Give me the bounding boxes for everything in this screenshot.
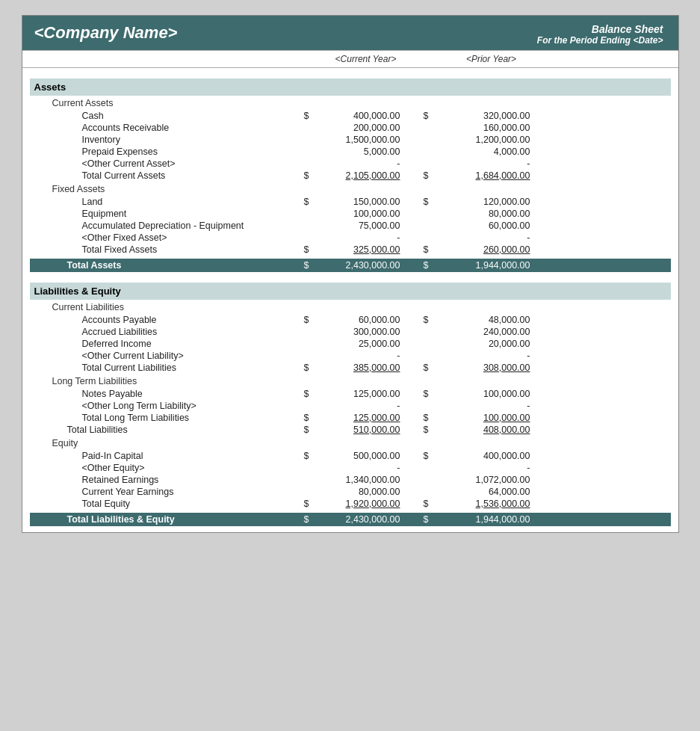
notes-pay-cy: 125,000.00 bbox=[309, 389, 406, 399]
other-ltl-label: <Other Long Term Liability> bbox=[30, 401, 299, 411]
acc-dep-py: 60,000.00 bbox=[429, 220, 533, 231]
acc-dep-cy: 75,000.00 bbox=[309, 220, 406, 231]
company-name: <Company Name> bbox=[34, 23, 178, 43]
other-cl-py: - bbox=[429, 351, 533, 361]
total-assets-cy: 2,430,000.00 bbox=[309, 260, 406, 271]
total-cl-cy: 385,000.00 bbox=[309, 363, 406, 373]
retained-cy: 1,340,000.00 bbox=[309, 475, 406, 485]
equipment-cy: 100,000.00 bbox=[309, 209, 406, 219]
total-assets-label: Total Assets bbox=[30, 260, 299, 271]
acc-dep-row: Accumulated Depreciation - Equipment 75,… bbox=[30, 220, 671, 232]
total-fa-cy: 325,000.00 bbox=[309, 244, 406, 255]
total-fa-py: 260,000.00 bbox=[429, 244, 533, 255]
header: <Company Name> Balance Sheet For the Per… bbox=[22, 16, 678, 50]
liabilities-equity-header: Liabilities & Equity bbox=[30, 283, 671, 300]
total-le-py: 1,944,000.00 bbox=[429, 514, 533, 525]
accrued-py: 240,000.00 bbox=[429, 327, 533, 337]
accrued-cy: 300,000.00 bbox=[309, 327, 406, 337]
ap-py: 48,000.00 bbox=[429, 315, 533, 325]
prepaid-cy: 5,000.00 bbox=[309, 146, 406, 157]
col-header-cy: <Current Year> bbox=[306, 54, 426, 64]
other-ca-label: <Other Current Asset> bbox=[30, 158, 299, 169]
total-ltl-row: Total Long Term Liabilities $ 125,000.00… bbox=[30, 412, 671, 424]
retained-row: Retained Earnings 1,340,000.00 1,072,000… bbox=[30, 474, 671, 486]
other-ltl-row: <Other Long Term Liability> - - bbox=[30, 400, 671, 412]
total-fa-row: Total Fixed Assets $ 325,000.00 $ 260,00… bbox=[30, 244, 671, 256]
cy-earnings-cy: 80,000.00 bbox=[309, 487, 406, 497]
total-ca-label: Total Current Assets bbox=[30, 170, 299, 181]
content: Assets Current Assets Cash $ 400,000.00 … bbox=[22, 68, 678, 532]
ar-label: Accounts Receivable bbox=[30, 123, 299, 133]
col-header-py: <Prior Year> bbox=[432, 54, 551, 64]
deferred-label: Deferred Income bbox=[30, 339, 299, 349]
notes-pay-label: Notes Payable bbox=[30, 389, 299, 399]
accrued-row: Accrued Liabilities 300,000.00 240,000.0… bbox=[30, 326, 671, 338]
other-fa-cy: - bbox=[309, 232, 406, 243]
long-term-liabilities-label: Long Term Liabilities bbox=[30, 374, 671, 388]
total-assets-py: 1,944,000.00 bbox=[429, 260, 533, 271]
total-ltl-py: 100,000.00 bbox=[429, 413, 533, 423]
equipment-py: 80,000.00 bbox=[429, 209, 533, 219]
column-headers: <Current Year> <Prior Year> bbox=[22, 50, 678, 68]
cash-dollar: $ bbox=[299, 111, 309, 121]
equity-label: Equity bbox=[30, 436, 671, 450]
equipment-label: Equipment bbox=[30, 209, 299, 219]
total-le-label: Total Liabilities & Equity bbox=[30, 514, 299, 525]
inventory-py: 1,200,000.00 bbox=[429, 135, 533, 145]
other-ltl-cy: - bbox=[309, 401, 406, 411]
deferred-cy: 25,000.00 bbox=[309, 339, 406, 349]
inventory-cy: 1,500,000.00 bbox=[309, 135, 406, 145]
total-ltl-label: Total Long Term Liabilities bbox=[30, 413, 299, 423]
report-subtitle: For the Period Ending <Date> bbox=[537, 35, 663, 46]
prepaid-row: Prepaid Expenses 5,000.00 4,000.00 bbox=[30, 146, 671, 158]
cash-py: 320,000.00 bbox=[429, 111, 533, 121]
total-ca-row: Total Current Assets $ 2,105,000.00 $ 1,… bbox=[30, 170, 671, 182]
retained-label: Retained Earnings bbox=[30, 475, 299, 485]
total-ltl-cy: 125,000.00 bbox=[309, 413, 406, 423]
retained-py: 1,072,000.00 bbox=[429, 475, 533, 485]
fixed-assets-label: Fixed Assets bbox=[30, 182, 671, 196]
paid-in-cy: 500,000.00 bbox=[309, 451, 406, 461]
total-eq-py: 1,536,000.00 bbox=[429, 499, 533, 509]
current-liabilities-label: Current Liabilities bbox=[30, 300, 671, 314]
paid-in-label: Paid-In Capital bbox=[30, 451, 299, 461]
cash-dollar2: $ bbox=[418, 111, 429, 121]
ap-cy: 60,000.00 bbox=[309, 315, 406, 325]
ap-row: Accounts Payable $ 60,000.00 $ 48,000.00 bbox=[30, 314, 671, 326]
other-fa-label: <Other Fixed Asset> bbox=[30, 232, 299, 243]
cy-earnings-row: Current Year Earnings 80,000.00 64,000.0… bbox=[30, 486, 671, 498]
balance-sheet: <Company Name> Balance Sheet For the Per… bbox=[22, 15, 679, 533]
cash-cy: 400,000.00 bbox=[309, 111, 406, 121]
prepaid-label: Prepaid Expenses bbox=[30, 146, 299, 157]
total-ca-py: 1,684,000.00 bbox=[429, 170, 533, 181]
notes-pay-py: 100,000.00 bbox=[429, 389, 533, 399]
land-label: Land bbox=[30, 197, 299, 207]
deferred-row: Deferred Income 25,000.00 20,000.00 bbox=[30, 338, 671, 350]
total-cl-py: 308,000.00 bbox=[429, 363, 533, 373]
other-fa-py: - bbox=[429, 232, 533, 243]
other-eq-cy: - bbox=[309, 463, 406, 473]
total-le-row: Total Liabilities & Equity $ 2,430,000.0… bbox=[30, 513, 671, 526]
other-ca-row: <Other Current Asset> - - bbox=[30, 158, 671, 170]
ar-row: Accounts Receivable 200,000.00 160,000.0… bbox=[30, 122, 671, 134]
cash-row: Cash $ 400,000.00 $ 320,000.00 bbox=[30, 110, 671, 122]
cy-earnings-label: Current Year Earnings bbox=[30, 487, 299, 497]
ar-cy: 200,000.00 bbox=[309, 123, 406, 133]
other-cl-row: <Other Current Liability> - - bbox=[30, 350, 671, 362]
total-le-cy: 2,430,000.00 bbox=[309, 514, 406, 525]
other-cl-label: <Other Current Liability> bbox=[30, 351, 299, 361]
total-liab-cy: 510,000.00 bbox=[309, 425, 406, 435]
paid-in-py: 400,000.00 bbox=[429, 451, 533, 461]
other-eq-py: - bbox=[429, 463, 533, 473]
other-eq-row: <Other Equity> - - bbox=[30, 462, 671, 474]
land-cy: 150,000.00 bbox=[309, 197, 406, 207]
total-cl-label: Total Current Liabilities bbox=[30, 363, 299, 373]
ar-py: 160,000.00 bbox=[429, 123, 533, 133]
other-ltl-py: - bbox=[429, 401, 533, 411]
paid-in-row: Paid-In Capital $ 500,000.00 $ 400,000.0… bbox=[30, 450, 671, 462]
other-ca-py: - bbox=[429, 158, 533, 169]
total-ca-cy: 2,105,000.00 bbox=[309, 170, 406, 181]
report-title: Balance Sheet bbox=[537, 23, 663, 35]
inventory-row: Inventory 1,500,000.00 1,200,000.00 bbox=[30, 134, 671, 146]
deferred-py: 20,000.00 bbox=[429, 339, 533, 349]
